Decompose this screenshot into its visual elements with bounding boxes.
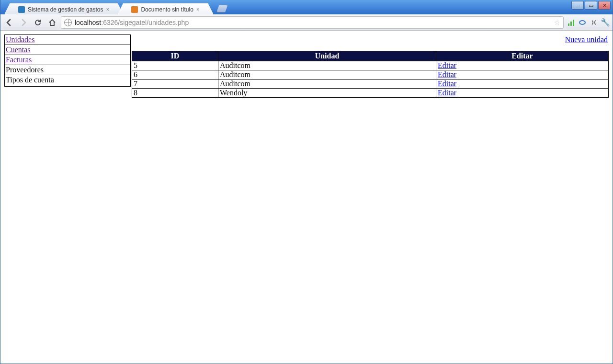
cell-unidad: Auditcom bbox=[218, 80, 436, 89]
sidebar-link[interactable]: Unidades bbox=[6, 35, 34, 44]
extension-signal-icon[interactable] bbox=[567, 18, 575, 27]
table-row: 6AuditcomEditar bbox=[132, 70, 609, 80]
forward-button[interactable] bbox=[18, 17, 29, 28]
extension-audio-icon[interactable] bbox=[590, 18, 598, 27]
sidebar-item-proveedores[interactable]: Proveedores bbox=[5, 65, 131, 75]
back-button[interactable] bbox=[3, 17, 15, 28]
cell-editar: Editar bbox=[436, 70, 609, 80]
sidebar-item-tipos-cuenta[interactable]: Tipos de cuenta bbox=[5, 75, 131, 85]
arrow-right-icon bbox=[19, 18, 28, 27]
sidebar-nav: Unidades Cuentas Facturas Proveedores Ti… bbox=[4, 34, 131, 87]
maximize-button[interactable]: ▭ bbox=[585, 1, 597, 10]
edit-link[interactable]: Editar bbox=[438, 70, 456, 79]
edit-link[interactable]: Editar bbox=[438, 61, 456, 69]
col-header-id: ID bbox=[132, 51, 218, 61]
globe-icon bbox=[64, 19, 72, 26]
cell-unidad: Auditcom bbox=[218, 70, 436, 80]
units-table: ID Unidad Editar 5AuditcomEditar6Auditco… bbox=[132, 51, 609, 98]
close-tab-icon[interactable]: × bbox=[106, 6, 109, 13]
favicon-icon bbox=[131, 6, 138, 13]
close-window-button[interactable]: ✕ bbox=[598, 1, 611, 10]
minimize-button[interactable]: — bbox=[571, 1, 584, 10]
table-row: 5AuditcomEditar bbox=[132, 61, 609, 70]
table-row: 8WendolyEditar bbox=[132, 89, 609, 98]
cell-unidad: Auditcom bbox=[218, 61, 436, 70]
reload-button[interactable] bbox=[32, 17, 44, 28]
close-tab-icon[interactable]: × bbox=[196, 6, 200, 13]
cell-editar: Editar bbox=[436, 80, 609, 89]
favicon-icon bbox=[18, 6, 25, 13]
browser-tab-active[interactable]: Documento sin título × bbox=[117, 3, 213, 14]
browser-tab[interactable]: Sistema de gestion de gastos × bbox=[4, 3, 123, 14]
col-header-editar: Editar bbox=[436, 51, 609, 61]
cell-editar: Editar bbox=[436, 89, 609, 98]
col-header-unidad: Unidad bbox=[218, 51, 436, 61]
cell-id: 5 bbox=[132, 61, 218, 70]
address-bar[interactable]: localhost:6326/sigegatel/unidades.php ☆ bbox=[61, 16, 564, 29]
edit-link[interactable]: Editar bbox=[438, 89, 456, 97]
url-path: :6326/sigegatel/unidades.php bbox=[101, 19, 189, 26]
settings-wrench-icon[interactable]: 🔧 bbox=[601, 18, 610, 27]
sidebar-link[interactable]: Cuentas bbox=[6, 46, 31, 54]
arrow-left-icon bbox=[5, 18, 13, 27]
titlebar: Sistema de gestion de gastos × Documento… bbox=[0, 0, 613, 14]
sidebar-item-empty bbox=[5, 85, 131, 87]
tab-title: Documento sin título bbox=[141, 6, 193, 13]
bookmark-star-icon[interactable]: ☆ bbox=[554, 19, 560, 26]
sidebar-item-unidades[interactable]: Unidades bbox=[5, 35, 131, 45]
edit-link[interactable]: Editar bbox=[438, 80, 456, 88]
tab-title: Sistema de gestion de gastos bbox=[28, 6, 103, 13]
cell-id: 8 bbox=[132, 89, 218, 98]
sidebar-link[interactable]: Facturas bbox=[6, 56, 32, 64]
new-tab-button[interactable] bbox=[216, 5, 228, 12]
reload-icon bbox=[34, 19, 42, 26]
cell-id: 6 bbox=[132, 70, 218, 80]
extension-eye-icon[interactable] bbox=[578, 18, 587, 27]
sidebar-item-facturas[interactable]: Facturas bbox=[5, 55, 131, 65]
cell-id: 7 bbox=[132, 80, 218, 89]
new-unit-link[interactable]: Nueva unidad bbox=[565, 35, 608, 44]
page-content: Unidades Cuentas Facturas Proveedores Ti… bbox=[0, 31, 613, 364]
cell-unidad: Wendoly bbox=[218, 89, 436, 98]
url-host: localhost bbox=[75, 19, 101, 26]
browser-window: Sistema de gestion de gastos × Documento… bbox=[0, 0, 613, 364]
toolbar: localhost:6326/sigegatel/unidades.php ☆ … bbox=[0, 14, 613, 31]
home-button[interactable] bbox=[46, 17, 58, 28]
window-controls: — ▭ ✕ bbox=[571, 1, 611, 10]
main-area: Nueva unidad ID Unidad Editar 5AuditcomE… bbox=[132, 34, 609, 98]
home-icon bbox=[48, 19, 56, 26]
cell-editar: Editar bbox=[436, 61, 609, 70]
sidebar-item-cuentas[interactable]: Cuentas bbox=[5, 45, 131, 55]
table-row: 7AuditcomEditar bbox=[132, 80, 609, 89]
